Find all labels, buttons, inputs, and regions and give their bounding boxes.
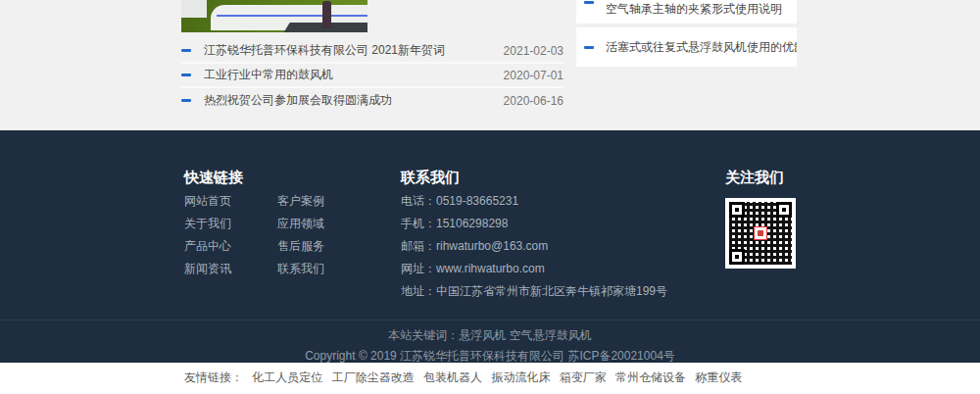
qr-finder-icon	[729, 249, 745, 265]
contact-website: 网址：www.rihwaturbo.com	[401, 263, 667, 275]
quick-links-col2: 客户案例 应用领域 售后服务 联系我们	[277, 195, 324, 275]
faq-row[interactable]: 空气轴承主轴的夹紧形式使用说明	[576, 0, 797, 24]
contact-value: 中国江苏省常州市新北区奔牛镇祁家塘199号	[436, 284, 667, 298]
footer-link-products[interactable]: 产品中心	[184, 240, 231, 253]
contact-label: 电话：	[401, 194, 436, 208]
news-row[interactable]: 江苏锐华托普环保科技有限公司 2021新年贺词 2021-02-03	[181, 39, 564, 64]
news-row[interactable]: 工业行业中常用的鼓风机 2020-07-01	[181, 64, 564, 88]
news-date: 2020-06-16	[504, 94, 564, 108]
news-section: 江苏锐华托普环保科技有限公司 2021新年贺词 2021-02-03 工业行业中…	[0, 0, 980, 130]
contact-value: rihwaturbo@163.com	[436, 239, 548, 253]
news-row[interactable]: 热烈祝贺公司参加展会取得圆满成功 2020-06-16	[181, 88, 564, 113]
photo-machine-shape	[181, 0, 207, 18]
friend-link[interactable]: 振动流化床	[491, 370, 550, 384]
contact-rows: 电话：0519-83665231 手机：15106298298 邮箱：rihwa…	[401, 195, 667, 298]
news-list-right: 空气轴承主轴的夹紧形式使用说明 活塞式或往复式悬浮鼓风机使用的优缺点	[576, 0, 797, 67]
news-title: 工业行业中常用的鼓风机	[204, 67, 496, 83]
news-title: 江苏锐华托普环保科技有限公司 2021新年贺词	[204, 42, 496, 59]
footer-bottom-bar: 本站关键词：悬浮风机 空气悬浮鼓风机 Copyright © 2019 江苏锐华…	[0, 320, 980, 363]
contact-label: 地址：	[401, 284, 436, 298]
contact-value: 0519-83665231	[436, 194, 518, 208]
photo-person-shape	[322, 1, 331, 28]
news-list-left: 江苏锐华托普环保科技有限公司 2021新年贺词 2021-02-03 工业行业中…	[181, 39, 564, 113]
contact-label: 手机：	[401, 217, 436, 230]
faq-row[interactable]: 活塞式或往复式悬浮鼓风机使用的优缺点	[576, 27, 797, 67]
contact-value: www.rihwaturbo.com	[436, 262, 545, 275]
friend-link[interactable]: 包装机器人	[423, 370, 482, 384]
contact-label: 网址：	[401, 262, 436, 275]
footer-link-cases[interactable]: 客户案例	[277, 195, 324, 208]
footer-link-about[interactable]: 关于我们	[184, 218, 231, 230]
friend-link[interactable]: 常州仓储设备	[615, 370, 686, 384]
news-date: 2021-02-03	[504, 44, 564, 58]
dash-bullet-icon	[584, 1, 594, 4]
qr-finder-icon	[729, 202, 745, 218]
friend-link[interactable]: 工厂除尘器改造	[332, 370, 415, 384]
site-footer: 快速链接 网站首页 关于我们 产品中心 新闻资讯 客户案例 应用领域 售后服务 …	[0, 130, 980, 363]
footer-link-news[interactable]: 新闻资讯	[184, 263, 231, 275]
news-date: 2020-07-01	[504, 69, 564, 82]
contact-address: 地址：中国江苏省常州市新北区奔牛镇祁家塘199号	[401, 285, 667, 298]
dash-bullet-icon	[181, 49, 191, 52]
dash-bullet-icon	[584, 46, 594, 49]
friend-links-row: 友情链接： 化工人员定位 工厂除尘器改造 包装机器人 振动流化床 箱变厂家 常州…	[184, 369, 748, 386]
contact-value: 15106298298	[436, 217, 508, 230]
photo-led-strip	[217, 15, 368, 17]
friend-links-strip: 友情链接： 化工人员定位 工厂除尘器改造 包装机器人 振动流化床 箱变厂家 常州…	[0, 363, 980, 394]
wechat-qr-code	[725, 198, 796, 269]
footer-link-home[interactable]: 网站首页	[184, 195, 231, 208]
quick-links-col1: 网站首页 关于我们 产品中心 新闻资讯	[184, 195, 231, 275]
news-title: 热烈祝贺公司参加展会取得圆满成功	[204, 92, 496, 109]
friend-link[interactable]: 化工人员定位	[252, 370, 322, 384]
follow-heading: 关注我们	[725, 169, 784, 187]
dash-bullet-icon	[181, 74, 191, 76]
contact-email: 邮箱：rihwaturbo@163.com	[401, 240, 667, 253]
footer-link-applications[interactable]: 应用领域	[277, 218, 324, 230]
faq-title: 空气轴承主轴的夹紧形式使用说明	[606, 1, 782, 18]
qr-center-logo	[754, 226, 767, 240]
contact-mobile: 手机：15106298298	[401, 218, 667, 230]
quick-links-heading: 快速链接	[184, 169, 243, 187]
page: 江苏锐华托普环保科技有限公司 2021新年贺词 2021-02-03 工业行业中…	[0, 0, 980, 394]
footer-link-service[interactable]: 售后服务	[277, 240, 324, 253]
contact-heading: 联系我们	[401, 169, 460, 187]
friend-links-label: 友情链接：	[184, 370, 243, 384]
qr-finder-icon	[776, 202, 792, 218]
footer-link-contact[interactable]: 联系我们	[277, 263, 324, 275]
site-keywords: 本站关键词：悬浮风机 空气悬浮鼓风机	[0, 327, 980, 344]
dash-bullet-icon	[181, 99, 191, 102]
faq-title: 活塞式或往复式悬浮鼓风机使用的优缺点	[606, 39, 797, 56]
contact-phone: 电话：0519-83665231	[401, 195, 667, 208]
friend-link[interactable]: 称重仪表	[695, 370, 742, 384]
friend-link[interactable]: 箱变厂家	[560, 370, 607, 384]
contact-label: 邮箱：	[401, 239, 436, 253]
news-thumbnail-image[interactable]	[181, 0, 368, 32]
